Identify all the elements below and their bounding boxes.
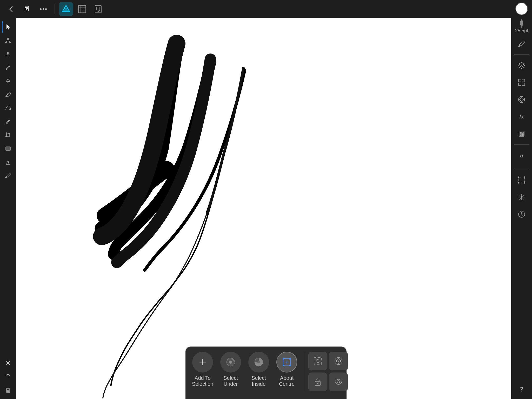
svg-rect-8: [78, 5, 86, 13]
select-inside-button[interactable]: Select Inside: [246, 352, 272, 391]
svg-rect-38: [522, 79, 525, 82]
popup-right-actions: [308, 352, 348, 391]
eyedropper-tool[interactable]: [2, 169, 14, 182]
left-toolbar: A ✕: [0, 18, 16, 399]
transform-button[interactable]: [515, 173, 529, 187]
svg-rect-31: [6, 389, 10, 393]
svg-rect-50: [520, 134, 521, 136]
pixel-persona-button[interactable]: [75, 2, 89, 16]
rectangle-tool[interactable]: [2, 142, 14, 155]
color-wheel-button[interactable]: [515, 92, 529, 107]
svg-point-88: [337, 381, 340, 383]
svg-point-22: [8, 81, 9, 82]
svg-point-16: [8, 38, 9, 39]
brush-size: 25.5pt: [515, 28, 528, 34]
svg-point-23: [6, 96, 7, 97]
svg-point-3: [40, 8, 42, 10]
bottom-popup: Add To Selection Select Under: [185, 347, 347, 399]
grid-button[interactable]: [515, 75, 529, 89]
svg-rect-71: [289, 358, 291, 360]
back-button[interactable]: [4, 2, 18, 16]
svg-rect-73: [289, 365, 291, 366]
divider2: [514, 144, 529, 145]
affinity-designer-button[interactable]: [59, 2, 73, 16]
appearance-button[interactable]: [515, 127, 529, 141]
right-toolbar: 25.5pt: [511, 0, 532, 399]
text-tool[interactable]: A: [2, 156, 14, 168]
about-centre-button[interactable]: About Centre: [274, 352, 300, 391]
add-to-selection-button[interactable]: Add To Selection: [190, 352, 216, 391]
node-tool[interactable]: [2, 34, 14, 47]
svg-line-21: [8, 54, 10, 55]
vector-brush-tool[interactable]: [2, 115, 14, 128]
svg-line-78: [316, 359, 317, 360]
svg-rect-48: [520, 132, 521, 134]
pen-tool[interactable]: [2, 75, 14, 87]
export-persona-button[interactable]: [91, 2, 105, 16]
svg-line-20: [6, 54, 8, 55]
svg-point-66: [229, 361, 232, 364]
svg-rect-26: [6, 147, 10, 150]
eyedropper2-tool[interactable]: [2, 88, 14, 101]
svg-point-5: [45, 8, 47, 10]
delete-button[interactable]: [2, 384, 14, 396]
svg-marker-7: [63, 7, 69, 12]
svg-rect-37: [518, 79, 521, 82]
color-picker[interactable]: [515, 3, 528, 15]
svg-rect-49: [522, 132, 523, 134]
svg-rect-52: [519, 177, 524, 183]
fx-button[interactable]: fx: [515, 110, 529, 124]
pencil-tool[interactable]: [2, 61, 14, 74]
svg-point-81: [338, 361, 339, 362]
svg-point-53: [518, 177, 519, 178]
select-target-button[interactable]: [329, 352, 348, 370]
popup-left-actions: Add To Selection Select Under: [190, 352, 304, 391]
svg-point-18: [6, 55, 7, 56]
svg-rect-70: [283, 358, 284, 360]
select-inside-icon: [248, 352, 269, 373]
svg-rect-76: [314, 357, 321, 365]
divider1: [514, 54, 529, 55]
add-to-selection-icon: [192, 352, 213, 373]
drawing-canvas: [16, 18, 511, 399]
about-centre-label: About Centre: [274, 375, 300, 387]
select-under-label: Select Under: [218, 375, 244, 387]
document-button[interactable]: [20, 2, 34, 16]
add-to-selection-label: Add To Selection: [190, 375, 216, 387]
select-under-button[interactable]: Select Under: [218, 352, 244, 391]
close-button[interactable]: ✕: [2, 357, 14, 369]
select-under-icon: [220, 352, 241, 373]
lock-button[interactable]: [308, 373, 327, 391]
typography-button[interactable]: a: [515, 148, 529, 162]
svg-rect-39: [518, 83, 521, 85]
canvas-area[interactable]: [16, 18, 511, 399]
svg-point-30: [5, 177, 6, 178]
svg-point-55: [518, 182, 519, 183]
top-bar: [0, 0, 532, 18]
pointer-tool[interactable]: [2, 21, 14, 33]
svg-rect-72: [283, 365, 284, 366]
hide-button[interactable]: [329, 373, 348, 391]
history-button[interactable]: [515, 207, 529, 221]
crop-tool[interactable]: [2, 129, 14, 141]
svg-point-4: [43, 8, 44, 10]
svg-point-36: [518, 46, 520, 47]
svg-rect-40: [522, 83, 525, 85]
undo-button[interactable]: [2, 370, 14, 383]
right-eyedropper[interactable]: [515, 37, 529, 51]
help-button[interactable]: ?: [515, 382, 529, 396]
pen-node-tool[interactable]: [2, 48, 14, 60]
about-centre-icon: [276, 352, 297, 373]
svg-point-54: [524, 177, 525, 178]
svg-point-14: [5, 42, 6, 43]
svg-point-68: [257, 361, 260, 363]
layers-button[interactable]: [515, 58, 529, 72]
select-inside-label: Select Inside: [246, 375, 272, 387]
divider3: [514, 169, 529, 169]
paint-tool[interactable]: [2, 102, 14, 114]
star-button[interactable]: [515, 190, 529, 204]
more-button[interactable]: [36, 2, 50, 16]
svg-point-19: [9, 55, 10, 56]
svg-point-17: [7, 52, 9, 54]
select-sampled-button[interactable]: [308, 352, 327, 370]
